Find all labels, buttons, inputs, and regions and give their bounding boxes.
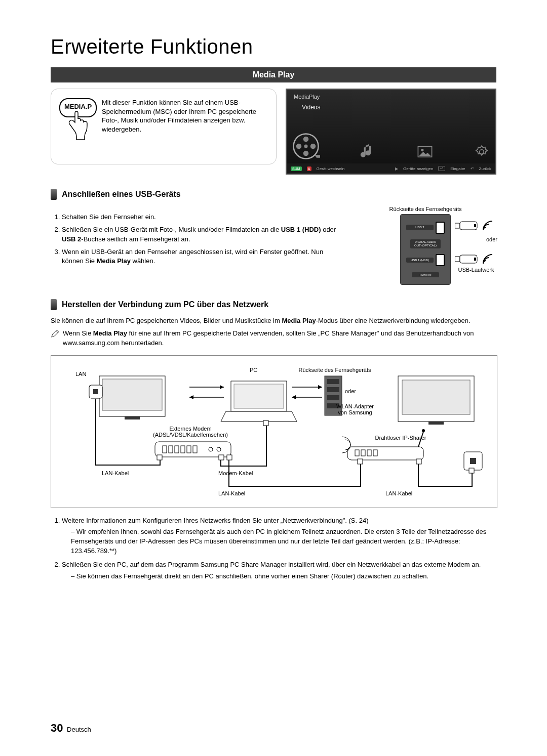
svg-rect-49: [355, 450, 359, 456]
footer-steps: Weitere Informationen zum Konfigurieren …: [51, 516, 496, 581]
footer-step-1-sub-1: Wir empfehlen Ihnen, sowohl das Fernsehg…: [71, 527, 496, 556]
network-note: Wenn Sie Media Play für eine auf Ihrem P…: [51, 329, 496, 348]
svg-rect-54: [470, 458, 476, 464]
section-title-bar: Media Play: [51, 67, 496, 82]
svg-rect-43: [193, 446, 197, 453]
usb-step-2: Schließen Sie ein USB-Gerät mit Foto-, M…: [62, 225, 344, 244]
usb-step-3: Wenn ein USB-Gerät an den Fernseher ange…: [62, 247, 344, 267]
film-reel-icon: [292, 132, 320, 160]
gear-icon: [473, 143, 490, 160]
wifi-arcs-icon: [482, 254, 493, 265]
svg-point-44: [209, 447, 213, 451]
subhead-usb-text: Anschließen eines USB-Geräts: [62, 190, 181, 199]
usb-stick-icon: [455, 255, 480, 264]
diag-tv-rear-label: Rückseite des Fernsehgeräts: [294, 367, 375, 373]
footer-step-2-text: Schließen Sie den PC, auf dem das Progra…: [62, 561, 481, 568]
diag-oder-label: oder: [345, 388, 356, 394]
usb-drive-label: USB-Laufwerk: [456, 267, 496, 273]
diag-modem-cable: Modem-Kabel: [218, 470, 253, 476]
svg-rect-41: [181, 446, 185, 453]
network-paragraph: Sie können die auf Ihrem PC gespeicherte…: [51, 316, 496, 326]
svg-rect-51: [367, 450, 371, 456]
diag-lan-label: LAN: [75, 371, 86, 377]
subhead-usb: Anschließen eines USB-Geräts: [51, 189, 496, 200]
rear-panel-diagram: Rückseite des Fernsehgeräts USB 2 DIGITA…: [355, 206, 496, 285]
svg-rect-35: [402, 380, 470, 414]
svg-marker-28: [292, 395, 296, 399]
wifi-arcs-icon: [482, 220, 493, 231]
footer-step-2: Schließen Sie den PC, auf dem das Progra…: [62, 560, 496, 581]
svg-rect-14: [474, 258, 476, 261]
diag-lan-cable-2: LAN-Kabel: [218, 490, 245, 496]
svg-marker-22: [220, 385, 224, 389]
usb-steps-list: Schalten Sie den Fernseher ein. Schließe…: [51, 213, 344, 278]
svg-rect-9: [455, 223, 460, 228]
svg-point-4: [296, 144, 302, 149]
port-hdmi-label: HDMI IN: [412, 272, 439, 278]
svg-rect-12: [455, 257, 460, 262]
diag-lan-cable-3: LAN-Kabel: [385, 490, 412, 496]
svg-rect-32: [327, 395, 339, 400]
enter-label: Eingabe: [450, 166, 465, 171]
svg-rect-60: [416, 459, 421, 464]
svg-rect-20: [234, 384, 284, 408]
diag-ext-modem-label: Externes Modem (ADSL/VDSL/Kabelfernsehen…: [127, 426, 254, 438]
port-usb2-label: USB 2: [406, 225, 434, 230]
diag-wlan-label: WLAN-Adapter von Samsung: [332, 403, 378, 415]
svg-rect-11: [474, 224, 476, 227]
tv-bottom-toolbar: SUM A Gerät wechseln ▶Geräte anzeigen ⏎E…: [287, 163, 495, 174]
intro-panel: MEDIA.P Mit dieser Funktion können Sie a…: [51, 89, 277, 164]
photo-icon: [416, 143, 434, 160]
subhead-accent-bar: [51, 299, 57, 310]
usb-stick-icon: [455, 221, 480, 230]
enter-badge: ⏎: [438, 166, 445, 171]
svg-rect-31: [327, 387, 339, 392]
svg-rect-30: [327, 379, 339, 384]
svg-rect-57: [227, 455, 232, 460]
svg-rect-61: [469, 468, 474, 473]
svg-marker-24: [189, 395, 193, 399]
change-device-label: Gerät wechseln: [317, 166, 345, 171]
page-number-value: 30: [51, 722, 63, 734]
svg-rect-19: [93, 389, 98, 394]
port-optical-label: DIGITAL AUDIO OUT (OPTICAL): [410, 239, 441, 248]
svg-point-48: [422, 429, 425, 432]
svg-point-7: [421, 149, 423, 151]
svg-point-45: [217, 447, 221, 451]
svg-rect-50: [361, 450, 365, 456]
footer-step-1: Weitere Informationen zum Konfigurieren …: [62, 516, 496, 556]
show-devices-label: Geräte anzeigen: [403, 166, 433, 171]
svg-point-3: [303, 151, 309, 156]
hand-pointer-icon: [66, 110, 90, 141]
tv-app-title: MediaPlay: [287, 90, 495, 100]
subhead-network-text: Herstellen der Verbindung zum PC über da…: [62, 300, 268, 309]
svg-rect-42: [187, 446, 191, 453]
svg-rect-16: [102, 379, 162, 410]
intro-row: MEDIA.P Mit dieser Funktion können Sie a…: [51, 89, 496, 175]
a-button-badge: A: [307, 166, 311, 171]
usb-step-1: Schalten Sie den Fernseher ein.: [62, 213, 344, 222]
page-number: 30 Deutsch: [51, 722, 91, 735]
page-title: Erweiterte Funktionen: [51, 35, 496, 58]
svg-rect-52: [373, 450, 377, 456]
network-note-text: Wenn Sie Media Play für eine auf Ihrem P…: [63, 329, 496, 348]
svg-marker-26: [318, 385, 322, 389]
diag-pc-label: PC: [250, 367, 257, 373]
note-pencil-icon: [51, 329, 60, 338]
port-usb1-label: USB 1 (HDD): [406, 258, 434, 263]
subhead-accent-bar: [51, 189, 57, 200]
svg-point-2: [310, 144, 316, 149]
page-lang-label: Deutsch: [67, 726, 91, 733]
svg-rect-38: [163, 446, 167, 453]
svg-rect-58: [263, 421, 268, 426]
svg-point-5: [304, 145, 308, 148]
network-diagram: LAN PC Rückseite des Fernsehgeräts oder …: [51, 355, 497, 508]
rear-or-label: oder: [486, 236, 497, 242]
intro-text: Mit dieser Funktion können Sie auf einem…: [102, 96, 268, 157]
svg-rect-56: [219, 455, 224, 460]
manual-page: Erweiterte Funktionen Media Play MEDIA.P…: [0, 0, 547, 756]
music-note-icon: [360, 143, 377, 160]
diag-lan-cable-1: LAN-Kabel: [102, 470, 129, 476]
svg-rect-40: [175, 446, 179, 453]
svg-rect-55: [157, 455, 162, 460]
